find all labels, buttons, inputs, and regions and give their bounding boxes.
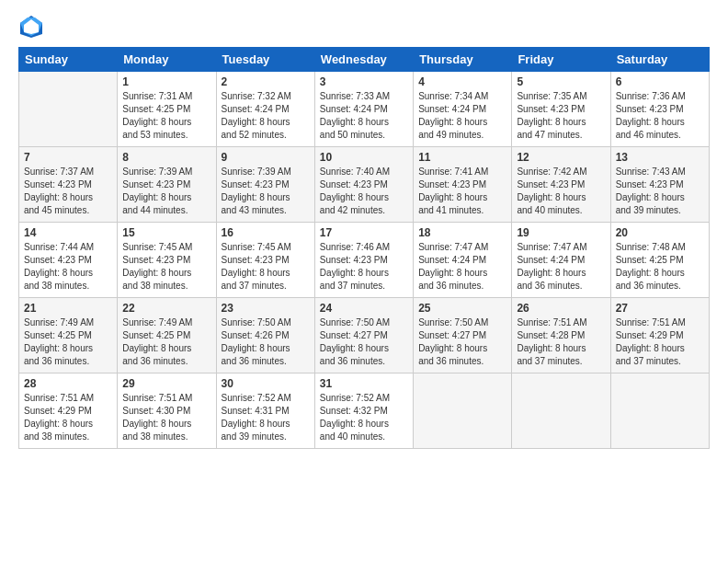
calendar-cell: 26Sunrise: 7:51 AM Sunset: 4:28 PM Dayli… — [512, 298, 610, 373]
calendar-cell: 14Sunrise: 7:44 AM Sunset: 4:23 PM Dayli… — [19, 223, 118, 298]
day-info: Sunrise: 7:42 AM Sunset: 4:23 PM Dayligh… — [517, 166, 605, 217]
day-info: Sunrise: 7:37 AM Sunset: 4:23 PM Dayligh… — [24, 166, 112, 217]
day-info: Sunrise: 7:40 AM Sunset: 4:23 PM Dayligh… — [320, 166, 408, 217]
day-info: Sunrise: 7:36 AM Sunset: 4:23 PM Dayligh… — [616, 90, 704, 142]
day-info: Sunrise: 7:32 AM Sunset: 4:24 PM Dayligh… — [222, 90, 310, 142]
day-number: 7 — [24, 151, 112, 164]
day-number: 16 — [222, 226, 310, 239]
day-number: 27 — [616, 302, 704, 315]
day-info: Sunrise: 7:52 AM Sunset: 4:32 PM Dayligh… — [320, 392, 408, 443]
day-info: Sunrise: 7:33 AM Sunset: 4:24 PM Dayligh… — [320, 90, 408, 142]
calendar-week-row: 28Sunrise: 7:51 AM Sunset: 4:29 PM Dayli… — [19, 373, 710, 449]
day-info: Sunrise: 7:34 AM Sunset: 4:24 PM Dayligh… — [418, 90, 506, 142]
day-number: 19 — [517, 226, 605, 239]
calendar-cell: 28Sunrise: 7:51 AM Sunset: 4:29 PM Dayli… — [19, 373, 118, 449]
calendar-cell: 11Sunrise: 7:41 AM Sunset: 4:23 PM Dayli… — [414, 147, 512, 223]
calendar-cell: 23Sunrise: 7:50 AM Sunset: 4:26 PM Dayli… — [216, 298, 314, 373]
day-info: Sunrise: 7:43 AM Sunset: 4:23 PM Dayligh… — [616, 166, 704, 217]
weekday-header-friday: Friday — [512, 48, 610, 72]
calendar-cell: 13Sunrise: 7:43 AM Sunset: 4:23 PM Dayli… — [610, 147, 709, 223]
day-number: 23 — [222, 302, 310, 315]
day-number: 10 — [320, 151, 408, 164]
calendar-cell: 31Sunrise: 7:52 AM Sunset: 4:32 PM Dayli… — [314, 373, 413, 449]
calendar-cell: 21Sunrise: 7:49 AM Sunset: 4:25 PM Dayli… — [19, 298, 118, 373]
page-header — [18, 14, 710, 40]
day-number: 12 — [517, 151, 605, 164]
day-number: 13 — [616, 151, 704, 164]
day-number: 29 — [122, 377, 210, 390]
day-info: Sunrise: 7:50 AM Sunset: 4:26 PM Dayligh… — [222, 316, 310, 368]
calendar-week-row: 14Sunrise: 7:44 AM Sunset: 4:23 PM Dayli… — [19, 223, 710, 298]
calendar-cell: 8Sunrise: 7:39 AM Sunset: 4:23 PM Daylig… — [118, 147, 216, 223]
calendar-cell: 30Sunrise: 7:52 AM Sunset: 4:31 PM Dayli… — [216, 373, 314, 449]
calendar-cell — [19, 72, 118, 147]
calendar-cell: 27Sunrise: 7:51 AM Sunset: 4:29 PM Dayli… — [610, 298, 709, 373]
calendar-cell: 25Sunrise: 7:50 AM Sunset: 4:27 PM Dayli… — [414, 298, 512, 373]
weekday-header-wednesday: Wednesday — [314, 48, 413, 72]
calendar-week-row: 1Sunrise: 7:31 AM Sunset: 4:25 PM Daylig… — [19, 72, 710, 147]
day-info: Sunrise: 7:51 AM Sunset: 4:30 PM Dayligh… — [122, 392, 210, 443]
calendar-week-row: 21Sunrise: 7:49 AM Sunset: 4:25 PM Dayli… — [19, 298, 710, 373]
calendar-cell: 6Sunrise: 7:36 AM Sunset: 4:23 PM Daylig… — [610, 72, 709, 147]
weekday-header-monday: Monday — [118, 48, 216, 72]
day-info: Sunrise: 7:47 AM Sunset: 4:24 PM Dayligh… — [517, 241, 605, 293]
calendar-cell: 19Sunrise: 7:47 AM Sunset: 4:24 PM Dayli… — [512, 223, 610, 298]
day-number: 11 — [418, 151, 506, 164]
calendar-cell: 22Sunrise: 7:49 AM Sunset: 4:25 PM Dayli… — [118, 298, 216, 373]
day-info: Sunrise: 7:51 AM Sunset: 4:29 PM Dayligh… — [616, 316, 704, 368]
calendar-cell: 7Sunrise: 7:37 AM Sunset: 4:23 PM Daylig… — [19, 147, 118, 223]
calendar-cell: 17Sunrise: 7:46 AM Sunset: 4:23 PM Dayli… — [314, 223, 413, 298]
calendar-cell: 2Sunrise: 7:32 AM Sunset: 4:24 PM Daylig… — [216, 72, 314, 147]
calendar-cell: 24Sunrise: 7:50 AM Sunset: 4:27 PM Dayli… — [314, 298, 413, 373]
day-info: Sunrise: 7:45 AM Sunset: 4:23 PM Dayligh… — [122, 241, 210, 293]
day-info: Sunrise: 7:41 AM Sunset: 4:23 PM Dayligh… — [418, 166, 506, 217]
day-number: 3 — [320, 75, 408, 88]
day-info: Sunrise: 7:49 AM Sunset: 4:25 PM Dayligh… — [122, 316, 210, 368]
day-number: 21 — [24, 302, 112, 315]
calendar-cell: 12Sunrise: 7:42 AM Sunset: 4:23 PM Dayli… — [512, 147, 610, 223]
day-info: Sunrise: 7:39 AM Sunset: 4:23 PM Dayligh… — [122, 166, 210, 217]
day-info: Sunrise: 7:50 AM Sunset: 4:27 PM Dayligh… — [320, 316, 408, 368]
day-info: Sunrise: 7:51 AM Sunset: 4:29 PM Dayligh… — [24, 392, 112, 443]
calendar-cell: 20Sunrise: 7:48 AM Sunset: 4:25 PM Dayli… — [610, 223, 709, 298]
logo — [18, 14, 48, 40]
day-number: 30 — [222, 377, 310, 390]
calendar-cell: 29Sunrise: 7:51 AM Sunset: 4:30 PM Dayli… — [118, 373, 216, 449]
day-number: 8 — [122, 151, 210, 164]
calendar-cell: 1Sunrise: 7:31 AM Sunset: 4:25 PM Daylig… — [118, 72, 216, 147]
day-number: 17 — [320, 226, 408, 239]
day-number: 25 — [418, 302, 506, 315]
day-number: 4 — [418, 75, 506, 88]
calendar-cell: 15Sunrise: 7:45 AM Sunset: 4:23 PM Dayli… — [118, 223, 216, 298]
calendar-cell: 5Sunrise: 7:35 AM Sunset: 4:23 PM Daylig… — [512, 72, 610, 147]
calendar-cell — [414, 373, 512, 449]
day-number: 2 — [222, 75, 310, 88]
day-number: 1 — [122, 75, 210, 88]
logo-icon — [18, 14, 44, 40]
calendar-week-row: 7Sunrise: 7:37 AM Sunset: 4:23 PM Daylig… — [19, 147, 710, 223]
day-info: Sunrise: 7:44 AM Sunset: 4:23 PM Dayligh… — [24, 241, 112, 293]
day-info: Sunrise: 7:48 AM Sunset: 4:25 PM Dayligh… — [616, 241, 704, 293]
calendar-cell: 3Sunrise: 7:33 AM Sunset: 4:24 PM Daylig… — [314, 72, 413, 147]
day-info: Sunrise: 7:51 AM Sunset: 4:28 PM Dayligh… — [517, 316, 605, 368]
day-number: 5 — [517, 75, 605, 88]
day-info: Sunrise: 7:35 AM Sunset: 4:23 PM Dayligh… — [517, 90, 605, 142]
day-info: Sunrise: 7:46 AM Sunset: 4:23 PM Dayligh… — [320, 241, 408, 293]
day-info: Sunrise: 7:31 AM Sunset: 4:25 PM Dayligh… — [122, 90, 210, 142]
day-number: 9 — [222, 151, 310, 164]
day-number: 15 — [122, 226, 210, 239]
day-number: 6 — [616, 75, 704, 88]
calendar-table: SundayMondayTuesdayWednesdayThursdayFrid… — [18, 47, 710, 449]
weekday-header-sunday: Sunday — [19, 48, 118, 72]
day-number: 28 — [24, 377, 112, 390]
calendar-cell: 16Sunrise: 7:45 AM Sunset: 4:23 PM Dayli… — [216, 223, 314, 298]
calendar-cell — [610, 373, 709, 449]
weekday-header-saturday: Saturday — [610, 48, 709, 72]
weekday-header-thursday: Thursday — [414, 48, 512, 72]
day-number: 14 — [24, 226, 112, 239]
day-info: Sunrise: 7:49 AM Sunset: 4:25 PM Dayligh… — [24, 316, 112, 368]
day-info: Sunrise: 7:39 AM Sunset: 4:23 PM Dayligh… — [222, 166, 310, 217]
day-number: 18 — [418, 226, 506, 239]
calendar-cell: 10Sunrise: 7:40 AM Sunset: 4:23 PM Dayli… — [314, 147, 413, 223]
day-number: 20 — [616, 226, 704, 239]
